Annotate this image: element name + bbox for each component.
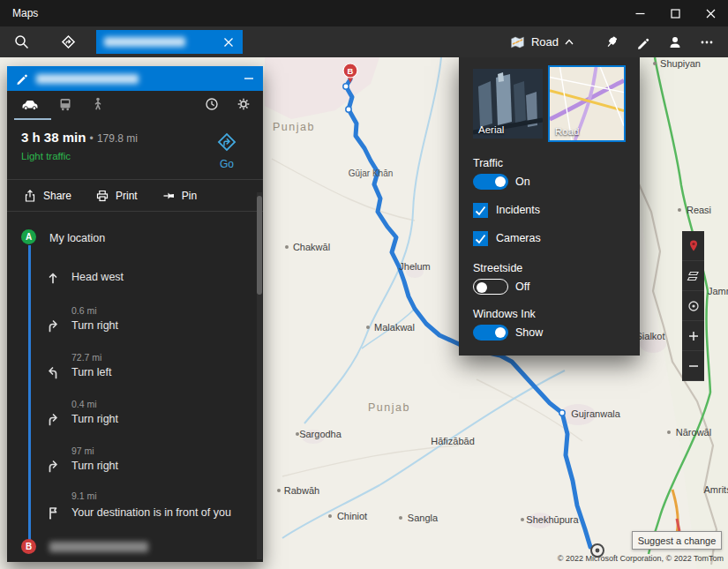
tilt-icon [687, 269, 701, 283]
windows-ink-toggle[interactable] [473, 325, 508, 341]
map-label: Gūjar Khān [349, 168, 394, 178]
toggle-knob [495, 327, 506, 338]
incidents-checkbox[interactable] [473, 203, 488, 218]
map-label: Sialkot [635, 331, 664, 341]
route-distance: 179.8 mi [97, 132, 138, 145]
minimize-button[interactable] [622, 0, 657, 26]
bus-icon [57, 97, 73, 111]
chevron-up-icon [565, 39, 574, 45]
step-instruction[interactable]: Turn right [71, 319, 252, 333]
redacted-search-text [104, 37, 185, 47]
map-label: Chakwāl [293, 242, 330, 252]
plus-icon [687, 329, 701, 343]
svg-text:B: B [348, 66, 354, 76]
start-marker: A [21, 229, 36, 244]
zoom-out-button[interactable] [682, 351, 704, 381]
pin-button[interactable]: Pin [161, 189, 197, 203]
step-instruction[interactable]: Turn right [71, 413, 252, 426]
maximize-button[interactable] [657, 0, 693, 26]
window-controls [622, 0, 728, 26]
map-label: Punjab [273, 121, 315, 133]
redacted-destination-text [49, 542, 148, 552]
cameras-checkbox[interactable] [473, 231, 488, 246]
search-input[interactable] [96, 30, 243, 54]
map-label: Jammu [708, 286, 728, 296]
go-button[interactable]: Go [199, 130, 254, 179]
checkmark-icon [473, 203, 488, 218]
windows-ink-section-label: Windows Ink [473, 308, 536, 320]
route-options-button[interactable] [236, 97, 251, 115]
map-label: Sangla [408, 513, 439, 523]
map-label: Sargodha [299, 429, 342, 439]
directions-steps-list: A My location Head west 0.6 mi Turn righ… [7, 212, 263, 562]
map-icon [510, 35, 525, 49]
map-view-button[interactable]: Road [502, 26, 582, 57]
suggest-change-button[interactable]: Suggest a change [632, 531, 722, 550]
traffic-toggle[interactable] [473, 174, 508, 190]
go-diamond-icon [215, 131, 238, 153]
tab-drive[interactable] [19, 97, 40, 115]
route-actions: Share Print Pin [7, 180, 263, 211]
streetside-section-label: Streetside [473, 262, 522, 274]
close-button[interactable] [693, 0, 728, 26]
tab-transit[interactable] [57, 97, 73, 115]
road-view-option[interactable]: Road [548, 65, 626, 142]
share-button[interactable]: Share [23, 189, 71, 203]
separator-dot: • [90, 132, 94, 145]
windows-ink-button[interactable] [627, 26, 659, 57]
clock-icon [205, 97, 219, 111]
turn-right-icon [46, 318, 60, 333]
zoom-in-button[interactable] [682, 321, 704, 351]
step-distance: 9.1 mi [71, 490, 97, 501]
maximize-icon [671, 9, 680, 19]
go-label: Go [199, 158, 254, 170]
panel-scrollbar-thumb[interactable] [257, 196, 262, 295]
map-label: Nārowāl [676, 427, 711, 438]
search-button[interactable] [5, 26, 37, 57]
title-bar: Maps [0, 0, 728, 26]
close-icon [706, 9, 716, 19]
map-copyright: © 2022 Microsoft Corporation, © 2022 Tom… [558, 554, 724, 563]
tilt-button[interactable] [682, 261, 704, 291]
step-distance: 0.4 mi [71, 399, 97, 409]
toggle-knob [477, 282, 487, 293]
tab-walk[interactable] [91, 97, 105, 115]
share-label: Share [43, 190, 71, 202]
pushpin-icon [604, 35, 619, 49]
compass-icon [687, 299, 701, 313]
print-button[interactable]: Print [95, 189, 138, 203]
map-label: Malakwal [374, 322, 415, 333]
clear-search-button[interactable] [222, 36, 235, 49]
travel-mode-tabs [7, 91, 263, 121]
history-button[interactable] [205, 97, 219, 115]
aerial-view-option[interactable]: Aerial [473, 69, 543, 139]
map-label: Chiniot [337, 511, 367, 521]
redacted-destination-title [36, 74, 139, 84]
start-location-label[interactable]: My location [49, 232, 105, 244]
ellipsis-icon [700, 35, 714, 49]
end-marker: B [21, 539, 36, 554]
minimize-icon [244, 73, 254, 84]
pin-view-button[interactable] [596, 26, 627, 57]
location-pin-icon [687, 239, 700, 252]
step-instruction[interactable]: Turn left [71, 366, 252, 379]
directions-header[interactable] [7, 66, 263, 91]
edit-pencil-icon [16, 72, 28, 86]
more-button[interactable] [691, 26, 723, 57]
map-label: Rabwāh [284, 485, 319, 496]
my-location-button[interactable] [682, 231, 704, 261]
step-instruction[interactable]: Turn right [71, 460, 252, 473]
map-label: Punjab [368, 401, 410, 414]
aerial-label: Aerial [478, 124, 504, 135]
streetside-toggle[interactable] [473, 279, 508, 295]
rotate-button[interactable] [682, 291, 704, 321]
step-instruction[interactable]: Head west [71, 271, 252, 284]
road-label: Road [555, 126, 580, 137]
account-button[interactable] [659, 26, 691, 57]
gear-icon [236, 97, 251, 111]
collapse-panel-button[interactable] [244, 73, 254, 84]
directions-button[interactable] [52, 26, 84, 57]
directions-panel: 3 h 38 min • 179.8 mi Light traffic Go S… [7, 66, 263, 562]
step-instruction[interactable]: Your destination is in front of you [71, 506, 252, 520]
close-icon [222, 36, 235, 49]
